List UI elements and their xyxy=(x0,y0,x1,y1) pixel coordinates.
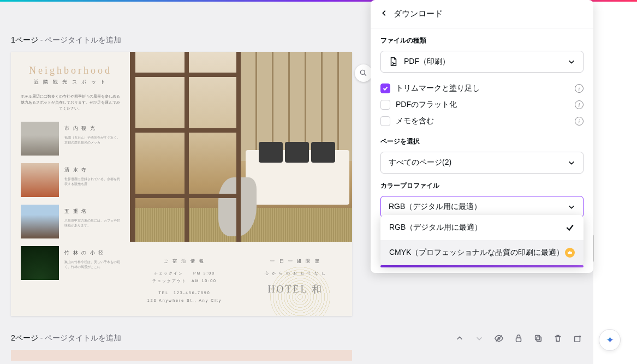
hotel-tagline-1: 一 日 一 組 限 定 xyxy=(248,258,343,264)
svg-point-10 xyxy=(360,70,365,74)
memo-label: メモを含む xyxy=(396,116,569,126)
shoji-screen xyxy=(130,52,239,242)
pillow xyxy=(285,142,309,163)
trim-checkbox-row[interactable]: トリムマークと塗り足し i xyxy=(380,80,584,97)
colorprofile-value: RGB（デジタル用に最適） xyxy=(389,202,562,212)
page2-header: 2ページ - ページタイトルを追加 xyxy=(0,327,593,350)
add-page-icon[interactable] xyxy=(573,333,582,343)
zoom-search-bubble[interactable] xyxy=(355,64,372,82)
design-page-2[interactable] xyxy=(11,350,352,361)
spot-desc: 世界遺産に登録されている、京都を代表する観光名所 xyxy=(64,177,120,187)
spot-image xyxy=(21,122,59,156)
download-panel: ダウンロード ファイルの種類 PDF（印刷） トリムマークと塗り足し i PDF… xyxy=(371,0,593,273)
download-button-edge xyxy=(380,265,584,267)
pillow xyxy=(259,142,283,163)
chevron-down-icon xyxy=(568,58,575,65)
svg-rect-7 xyxy=(535,336,540,340)
filetype-label: ファイルの種類 xyxy=(380,36,584,45)
chevron-down-icon xyxy=(568,203,575,211)
sparkle-icon: ✦ xyxy=(606,334,614,346)
checkin-times: チェックイン PM 3:00 チェックアウト AM 10:00 xyxy=(139,270,230,285)
spot-desc: 嵐山の竹林小径は、美しい千本もの続く、竹林の風景がここに xyxy=(64,260,120,270)
duplicate-icon[interactable] xyxy=(533,333,543,343)
pro-crown-icon xyxy=(565,248,575,258)
pillow xyxy=(311,142,335,163)
address: 123 Anywhere St., Any City xyxy=(139,297,230,305)
chevron-down-icon xyxy=(568,159,575,166)
page-up-icon[interactable] xyxy=(455,333,465,343)
svg-rect-6 xyxy=(516,338,521,342)
page1-add-title: - ページタイトルを追加 xyxy=(38,35,121,44)
option-cmyk-label: CMYK（プロフェッショナルな品質の印刷に最適） xyxy=(389,248,565,258)
design-page-1[interactable]: Neighborhood 近 隣 観 光 ス ポ ッ ト ホテル周辺には数多くの… xyxy=(11,52,352,316)
page2-title-wrap[interactable]: 2ページ - ページタイトルを追加 xyxy=(11,333,455,343)
flatten-checkbox[interactable] xyxy=(380,100,390,110)
tel: TEL 123-456-7890 xyxy=(139,289,230,297)
spot-desc: 祇園（ぎおん）や清水寺がすぐ近く。京都の歴史観光のメッカ xyxy=(64,135,120,146)
stay-info-title: ご 宿 泊 情 報 xyxy=(139,258,230,264)
svg-rect-9 xyxy=(575,336,580,342)
neighborhood-subtitle: 近 隣 観 光 ス ポ ッ ト xyxy=(21,79,120,86)
option-cmyk[interactable]: CMYK（プロフェッショナルな品質の印刷に最適） xyxy=(380,240,584,265)
option-rgb-label: RGB（デジタル用に最適） xyxy=(389,223,565,232)
neighborhood-heading: Neighborhood xyxy=(21,65,120,76)
option-rgb[interactable]: RGB（デジタル用に最適） xyxy=(380,215,584,240)
download-title: ダウンロード xyxy=(394,9,443,19)
trash-icon[interactable] xyxy=(553,333,563,343)
memo-checkbox[interactable] xyxy=(380,116,390,126)
assistant-fab[interactable]: ✦ xyxy=(599,329,621,351)
back-button[interactable] xyxy=(380,9,388,19)
spot-desc: 八坂庚申堂の東の坂には、カフェや甘味処があります。 xyxy=(64,218,120,229)
check-icon xyxy=(565,223,575,232)
spot-image xyxy=(21,205,59,238)
spot-name: 五 重 塔 xyxy=(64,208,120,215)
pageselect-label: ページを選択 xyxy=(380,137,584,146)
colorprofile-select[interactable]: RGB（デジタル用に最適） xyxy=(380,196,584,218)
spot-image xyxy=(21,246,59,280)
file-icon xyxy=(389,57,398,67)
pageselect-value: すべてのページ(2) xyxy=(389,158,562,168)
info-icon[interactable]: i xyxy=(575,84,584,93)
memo-checkbox-row[interactable]: メモを含む i xyxy=(380,113,584,129)
trim-checkbox[interactable] xyxy=(380,83,390,93)
page2-add-title: - ページタイトルを追加 xyxy=(38,333,121,342)
spot-image xyxy=(21,163,59,197)
info-icon[interactable]: i xyxy=(575,100,584,109)
filetype-select[interactable]: PDF（印刷） xyxy=(380,51,584,73)
lock-icon[interactable] xyxy=(514,333,523,343)
page2-label: 2ページ xyxy=(11,333,38,342)
neighborhood-desc: ホテル周辺には数多くの寺社や四季折々の風景を楽しめる魅力あるスポットが点在してお… xyxy=(21,93,120,112)
flatten-checkbox-row[interactable]: PDFのフラット化 i xyxy=(380,97,584,113)
colorprofile-dropdown: RGB（デジタル用に最適） CMYK（プロフェッショナルな品質の印刷に最適） xyxy=(380,215,584,265)
spot-name: 竹 林 の 小 径 xyxy=(64,249,120,256)
filetype-value: PDF（印刷） xyxy=(404,57,562,67)
spot-name: 清 水 寺 xyxy=(64,166,120,174)
pageselect-select[interactable]: すべてのページ(2) xyxy=(380,152,584,174)
trim-label: トリムマークと塗り足し xyxy=(396,83,569,93)
visibility-icon[interactable] xyxy=(494,333,504,343)
colorprofile-label: カラープロファイル xyxy=(380,181,584,190)
flatten-label: PDFのフラット化 xyxy=(396,100,569,110)
spot-name: 市 内 観 光 xyxy=(64,125,120,132)
svg-rect-8 xyxy=(537,337,541,341)
info-icon[interactable]: i xyxy=(575,117,584,126)
page-down-icon[interactable] xyxy=(474,333,484,343)
page1-label: 1ページ xyxy=(11,35,38,44)
